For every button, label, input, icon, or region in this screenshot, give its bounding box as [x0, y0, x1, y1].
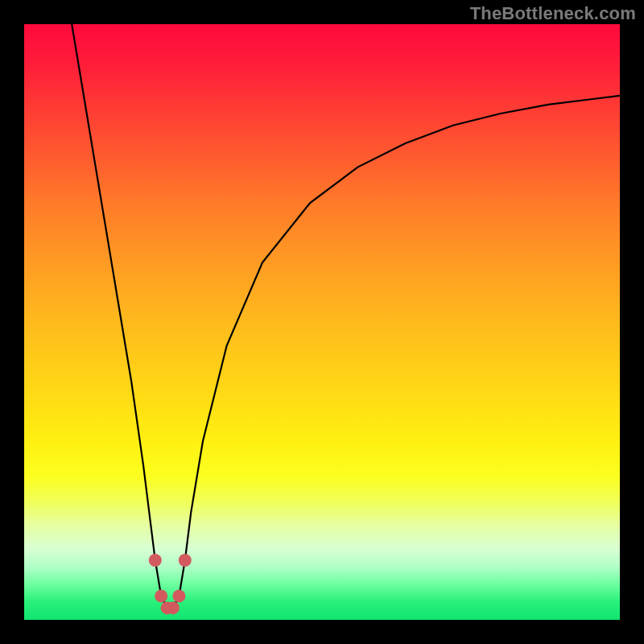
watermark-text: TheBottleneck.com: [470, 3, 636, 24]
curve-marker: [167, 601, 180, 614]
curve-marker: [155, 589, 167, 602]
bottleneck-curve: [72, 24, 620, 608]
curve-marker: [179, 554, 192, 567]
curve-marker: [149, 554, 162, 567]
curve-markers: [149, 554, 192, 614]
plot-area: [24, 24, 620, 620]
curve-marker: [172, 589, 185, 602]
chart-container: TheBottleneck.com: [0, 0, 644, 644]
curve-svg: [24, 24, 620, 620]
